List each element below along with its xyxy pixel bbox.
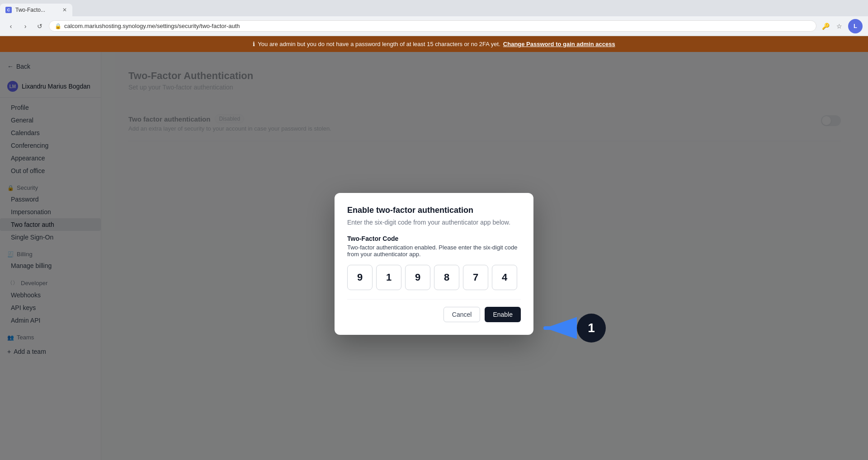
url-text: calcom.mariushosting.synology.me/setting… [64,23,811,29]
code-digit-6[interactable] [492,265,517,290]
user-avatar[interactable]: L [848,19,863,33]
cancel-button[interactable]: Cancel [443,307,481,322]
enable-2fa-modal: Enable two-factor authentication Enter t… [335,193,533,335]
code-digit-2[interactable] [376,265,401,290]
lock-icon: 🔒 [55,23,61,29]
code-section: Two-Factor Code Two-factor authenticatio… [347,235,521,290]
reload-button[interactable]: ↺ [34,21,45,32]
app-container: ← Back LM Lixandru Marius Bogdan Profile… [0,52,868,460]
annotation-wrapper: 1 [536,312,606,344]
tab-bar: C Two-Facto... ✕ [0,0,868,16]
annotation-badge: 1 [577,314,606,343]
tab-title: Two-Facto... [15,7,59,13]
tab-close-button[interactable]: ✕ [62,7,67,13]
enable-button[interactable]: Enable [485,307,521,322]
code-inputs [347,265,521,290]
arrow-icon [536,312,577,344]
browser-nav: ‹ › ↺ 🔒 calcom.mariushosting.synology.me… [0,16,868,36]
bookmark-icon[interactable]: ☆ [834,21,844,32]
active-tab[interactable]: C Two-Facto... ✕ [0,4,72,16]
change-password-link[interactable]: Change Password to gain admin access [503,41,615,47]
warning-banner: ℹ You are admin but you do not have a pa… [0,36,868,52]
back-nav-button[interactable]: ‹ [5,21,16,32]
nav-actions: 🔑 ☆ [820,21,844,32]
code-section-desc: Two-factor authentication enabled. Pleas… [347,244,521,258]
forward-nav-button[interactable]: › [20,21,31,32]
code-digit-4[interactable] [434,265,459,290]
password-icon: 🔑 [820,21,831,32]
modal-overlay: Enable two-factor authentication Enter t… [0,52,868,460]
warning-message: You are admin but you do not have a pass… [258,41,500,47]
modal-title: Enable two-factor authentication [347,206,521,215]
code-digit-5[interactable] [463,265,488,290]
browser-chrome: C Two-Facto... ✕ ‹ › ↺ 🔒 calcom.mariusho… [0,0,868,36]
code-digit-3[interactable] [405,265,430,290]
modal-subtitle: Enter the six-digit code from your authe… [347,219,521,226]
address-bar[interactable]: 🔒 calcom.mariushosting.synology.me/setti… [49,20,816,32]
modal-footer: Cancel Enable [347,299,521,322]
code-digit-1[interactable] [347,265,373,290]
favicon: C [5,7,12,13]
code-section-title: Two-Factor Code [347,235,521,242]
warning-icon: ℹ [253,41,255,47]
